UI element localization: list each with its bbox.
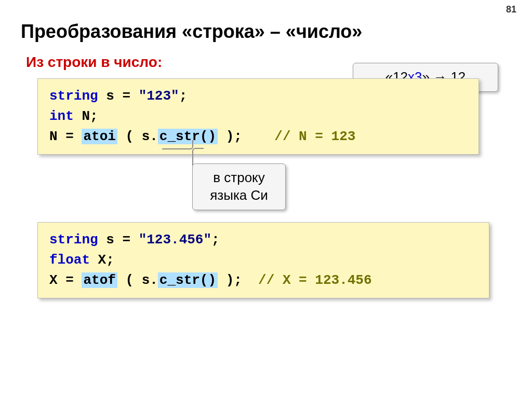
code-text: s = [98,232,139,248]
code-text: ); [218,272,242,288]
code-line: string s = "123"; [49,86,468,106]
code-comment: // X = 123.456 [258,272,371,288]
keyword: string [49,88,98,104]
code-text: ); [218,129,242,144]
code-text: X; [90,252,114,268]
code-pad [242,272,258,288]
page-number: 81 [506,4,516,15]
string-literal: "123.456" [139,232,211,248]
highlighted-fn: c_str() [158,272,218,288]
code-line: N = atoi ( s.c_str() ); // N = 123 [49,127,468,147]
slide-title: Преобразования «строка» – «число» [21,21,511,43]
code-line: int N; [49,106,468,127]
code-text: N; [74,108,98,124]
callout-mid: в строку языка Си [192,163,286,210]
keyword: float [49,252,90,268]
code-line: string s = "123.456"; [49,230,478,250]
string-literal: "123" [139,88,179,104]
callout-text: языка Си [202,187,276,204]
code-text: ; [211,232,220,248]
code-block-2: string s = "123.456"; float X; X = atof … [37,222,489,298]
code-text: N = [49,129,82,144]
code-comment: // N = 123 [274,129,355,144]
code-block-1: string s = "123"; int N; N = atoi ( s.c_… [37,78,479,155]
highlighted-fn: atof [82,272,117,288]
connector-line [162,140,193,149]
code-pad [242,129,274,144]
code-text: ; [179,88,188,104]
code-text: X = [49,272,82,288]
code-text: s = [98,88,139,104]
callout-text: в строку [202,169,276,187]
highlighted-fn: atoi [82,129,117,144]
code-text: ( s. [117,129,158,144]
code-line: X = atof ( s.c_str() ); // X = 123.456 [49,270,478,291]
code-line: float X; [49,250,478,270]
keyword: string [49,232,98,248]
code-text: ( s. [117,272,158,288]
keyword: int [49,108,74,124]
